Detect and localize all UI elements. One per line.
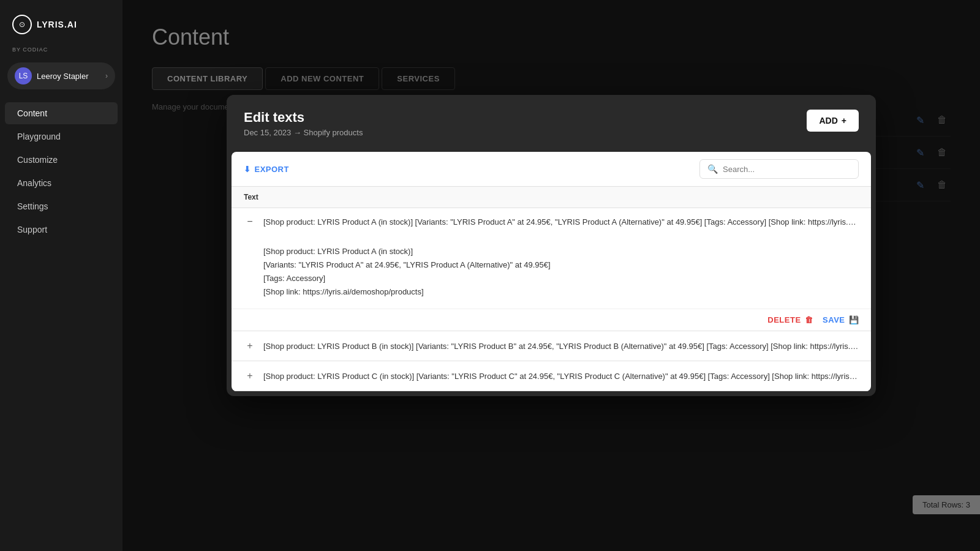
search-icon: 🔍 [707, 164, 718, 174]
modal-body: ⬇ EXPORT 🔍 Text − [Shop product: LYRIS P… [232, 152, 871, 391]
sidebar-item-settings[interactable]: Settings [5, 195, 118, 217]
main-content: Content CONTENT LIBRARY ADD NEW CONTENT … [123, 0, 980, 551]
delete-button[interactable]: DELETE 🗑 [767, 315, 813, 324]
expand-icon: + [244, 370, 256, 382]
logo-sub: BY CODIAC [0, 47, 123, 62]
expanded-line-3: [Tags: Accessory] [263, 272, 839, 285]
logo-symbol: ⊙ [19, 20, 25, 29]
user-button[interactable]: LS Leeroy Stapler › [7, 62, 115, 89]
sidebar-item-analytics[interactable]: Analytics [5, 172, 118, 194]
plus-icon: + [842, 116, 846, 126]
logo-name: LYRIS.AI [37, 20, 77, 29]
search-box: 🔍 [699, 159, 859, 179]
collapse-icon[interactable]: − [244, 216, 256, 228]
modal-title: Edit texts [244, 110, 363, 126]
row-preview-2: [Shop product: LYRIS Product B (in stock… [263, 342, 859, 351]
column-header-text: Text [232, 187, 871, 208]
expanded-line-4: [Shop link: https://lyris.ai/demoshop/pr… [263, 285, 839, 299]
expanded-line-2: [Variants: "LYRIS Product A" at 24.95€, … [263, 258, 839, 272]
modal-subtitle: Dec 15, 2023 → Shopify products [244, 128, 363, 137]
user-name: Leeroy Stapler [37, 72, 100, 81]
sidebar-item-support[interactable]: Support [5, 219, 118, 241]
row-summary-1[interactable]: − [Shop product: LYRIS Product A (in sto… [232, 208, 871, 235]
row-preview-3: [Shop product: LYRIS Product C (in stock… [263, 372, 859, 381]
sidebar: ⊙ LYRIS.AI BY CODIAC LS Leeroy Stapler ›… [0, 0, 123, 551]
chevron-right-icon: › [105, 72, 108, 80]
save-label: SAVE [823, 315, 845, 324]
table-row-3[interactable]: + [Shop product: LYRIS Product C (in sto… [232, 361, 871, 391]
add-button[interactable]: ADD + [807, 110, 859, 132]
modal-title-area: Edit texts Dec 15, 2023 → Shopify produc… [244, 110, 363, 137]
edit-texts-modal: Edit texts Dec 15, 2023 → Shopify produc… [227, 95, 876, 396]
expanded-line-1: [Shop product: LYRIS Product A (in stock… [263, 245, 839, 258]
expand-icon: + [244, 340, 256, 352]
avatar: LS [15, 67, 32, 84]
delete-label: DELETE [767, 315, 801, 324]
modal-toolbar: ⬇ EXPORT 🔍 [232, 152, 871, 187]
logo-icon: ⊙ [12, 15, 32, 34]
search-input[interactable] [723, 165, 851, 174]
sidebar-item-playground[interactable]: Playground [5, 126, 118, 148]
logo-area: ⊙ LYRIS.AI [0, 10, 123, 47]
table-row-2[interactable]: + [Shop product: LYRIS Product B (in sto… [232, 331, 871, 361]
save-button[interactable]: SAVE 💾 [823, 315, 859, 324]
modal-overlay: Edit texts Dec 15, 2023 → Shopify produc… [123, 0, 980, 551]
save-icon: 💾 [849, 315, 859, 324]
add-label: ADD [819, 116, 837, 126]
export-label: EXPORT [255, 165, 289, 174]
modal-header: Edit texts Dec 15, 2023 → Shopify produc… [227, 95, 876, 152]
row-actions-1: DELETE 🗑 SAVE 💾 [232, 309, 871, 331]
trash-icon: 🗑 [805, 315, 813, 324]
export-icon: ⬇ [244, 165, 251, 174]
export-button[interactable]: ⬇ EXPORT [244, 165, 289, 174]
sidebar-item-content[interactable]: Content [5, 102, 118, 124]
avatar-initials: LS [19, 72, 28, 80]
row-preview-1: [Shop product: LYRIS Product A (in stock… [263, 217, 859, 227]
sidebar-item-customize[interactable]: Customize [5, 149, 118, 171]
row-expanded-content-1: [Shop product: LYRIS Product A (in stock… [232, 235, 871, 309]
table-row-expanded: − [Shop product: LYRIS Product A (in sto… [232, 208, 871, 331]
